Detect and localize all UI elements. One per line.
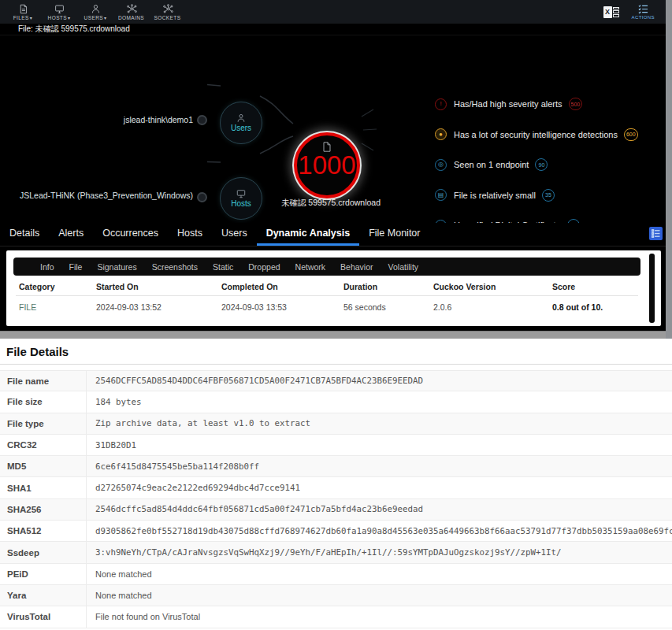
detail-value: d9305862fe0bf552718d19db43075d88cffd7689… bbox=[87, 521, 672, 541]
list-icon bbox=[652, 229, 660, 238]
tab-file-monitor[interactable]: File Monitor bbox=[359, 223, 429, 246]
hosts-icon bbox=[236, 189, 247, 198]
detail-row-sha1: SHA1 d27265074c9eac2e2122ed69294dbc4d7cc… bbox=[0, 477, 672, 498]
detail-value: 6ce6f415d8475545be5ba114f208b0ff bbox=[87, 456, 672, 476]
detection-dot-icon: ● bbox=[435, 128, 447, 140]
file-score-node[interactable]: 1000 bbox=[294, 132, 360, 198]
detail-value: 184 bytes bbox=[87, 391, 672, 412]
excel-grid-icon bbox=[613, 7, 619, 17]
detail-row-crc32: CRC32 31DB20D1 bbox=[0, 435, 672, 456]
page-vertical-scrollbar[interactable] bbox=[666, 0, 672, 339]
detail-label: File name bbox=[0, 371, 87, 391]
nav-item-label: HOSTS▾ bbox=[48, 15, 71, 20]
user-node-label: jslead-think\demo1 bbox=[0, 115, 193, 124]
evidence-score-badge: 35 bbox=[542, 189, 555, 202]
score-file-label: 未確認 599575.crdownload bbox=[264, 198, 398, 209]
caret-down-icon: ▾ bbox=[30, 16, 32, 20]
detail-label: SHA1 bbox=[0, 477, 87, 498]
detail-label: PEiD bbox=[0, 564, 87, 584]
subtab-info[interactable]: Info bbox=[40, 262, 54, 272]
nav-item-users[interactable]: USERS▾ bbox=[77, 0, 113, 24]
detail-label: MD5 bbox=[0, 456, 87, 476]
tab-list-menu-button[interactable] bbox=[649, 227, 663, 240]
detail-value: None matched bbox=[87, 564, 672, 584]
evidence-file-small[interactable]: ▤ File is relatively small 35 bbox=[435, 189, 671, 202]
detail-row-file-size: File size 184 bytes bbox=[0, 391, 672, 413]
host-mini-node[interactable] bbox=[197, 192, 207, 202]
evidence-text: File is relatively small bbox=[454, 191, 536, 200]
evidence-text: Has a lot of security intelligence detec… bbox=[454, 130, 618, 139]
users-node[interactable]: Users bbox=[220, 102, 262, 144]
detail-row-sha256: SHA256 2546dcffc5ad854d4ddc64fbf056871cd… bbox=[0, 499, 672, 521]
nav-item-sockets[interactable]: SOCKETS bbox=[150, 0, 186, 24]
tab-alerts[interactable]: Alerts bbox=[49, 223, 93, 246]
evidence-high-severity[interactable]: ! Has/Had high severity alerts 500 bbox=[435, 98, 671, 110]
tab-users[interactable]: Users bbox=[212, 223, 257, 246]
tab-dynamic-analysis[interactable]: Dynamic Analysis bbox=[257, 223, 360, 246]
main-tab-bar: Details Alerts Occurrences Hosts Users D… bbox=[0, 223, 672, 246]
excel-export-button[interactable]: X bbox=[603, 6, 619, 19]
user-mini-node[interactable] bbox=[197, 115, 207, 125]
subtab-file[interactable]: File bbox=[69, 262, 83, 272]
detail-row-virustotal: VirusTotal File not found on VirusTotal bbox=[0, 606, 672, 628]
nav-item-label: SOCKETS bbox=[154, 15, 182, 20]
subtab-static[interactable]: Static bbox=[213, 262, 233, 272]
detail-value: 3:vh9NeYh/CTpA/cAJraNvsgzsVqSwHqXzj9//9e… bbox=[87, 542, 672, 562]
small-file-icon: ▤ bbox=[435, 189, 447, 201]
horizontal-scrollbar-track[interactable] bbox=[0, 331, 672, 339]
suspicion-score: 1000 bbox=[298, 152, 355, 179]
nav-item-hosts[interactable]: HOSTS▾ bbox=[41, 0, 77, 24]
hosts-node[interactable]: Hosts bbox=[220, 177, 262, 220]
tab-occurrences[interactable]: Occurrences bbox=[93, 223, 168, 246]
page: FILES▾ HOSTS▾ USERS▾ DOMAINS SOCKETS X A… bbox=[0, 0, 672, 630]
nav-item-label: DOMAINS bbox=[118, 15, 145, 20]
users-icon bbox=[236, 113, 247, 123]
nav-item-files[interactable]: FILES▾ bbox=[5, 0, 41, 24]
caret-down-icon: ▾ bbox=[68, 16, 70, 20]
detail-label: File type bbox=[0, 413, 87, 434]
host-node-label: JSLead-THiNK (Phase3_Prevention_Windows) bbox=[0, 191, 193, 200]
nav-item-label: FILES▾ bbox=[13, 15, 32, 20]
detail-row-file-type: File type Zip archive data, at least v1.… bbox=[0, 413, 672, 435]
report-vertical-scrollbar[interactable] bbox=[649, 254, 655, 323]
actions-button[interactable]: ACTIONS bbox=[632, 4, 655, 20]
detail-value: None matched bbox=[87, 585, 672, 606]
detail-label: SHA256 bbox=[0, 499, 87, 520]
subtab-volatility[interactable]: Volatility bbox=[388, 262, 419, 272]
subtab-behavior[interactable]: Behavior bbox=[340, 262, 373, 272]
detail-value: 2546DCFFC5AD854D4DDC64FBF056871CD5A00F24… bbox=[87, 371, 672, 391]
evidence-text: Seen on 1 endpoint bbox=[454, 160, 529, 169]
network-nodes-icon bbox=[162, 4, 174, 14]
analysis-row: FILE 2024-09-03 13:52 2024-09-03 13:53 5… bbox=[16, 296, 638, 319]
caret-down-icon: ▾ bbox=[104, 16, 106, 20]
evidence-score-badge: 600 bbox=[624, 128, 638, 141]
category-file-link[interactable]: FILE bbox=[16, 296, 93, 319]
report-subtab-bar: Info File Signatures Screenshots Static … bbox=[13, 258, 640, 276]
evidence-seen-endpoint[interactable]: ◎ Seen on 1 endpoint 90 bbox=[435, 158, 671, 171]
col-cuckoo-version: Cuckoo Version bbox=[430, 276, 549, 296]
nav-item-domains[interactable]: DOMAINS bbox=[113, 0, 150, 24]
subtab-screenshots[interactable]: Screenshots bbox=[152, 262, 198, 272]
network-nodes-icon bbox=[126, 4, 138, 14]
file-title: File: 未確認 599575.crdownload bbox=[18, 24, 130, 35]
relationship-graph: jslead-think\demo1 Users JSLead-THiNK (P… bbox=[0, 35, 672, 223]
tab-hosts[interactable]: Hosts bbox=[168, 223, 212, 246]
file-title-bar: File: 未確認 599575.crdownload bbox=[0, 24, 672, 35]
nav-item-label: USERS▾ bbox=[84, 15, 107, 20]
evidence-score-badge: 90 bbox=[535, 158, 548, 171]
subtab-signatures[interactable]: Signatures bbox=[97, 262, 136, 272]
tab-details[interactable]: Details bbox=[0, 223, 49, 246]
users-node-text: Users bbox=[231, 124, 251, 132]
detail-row-file-name: File name 2546DCFFC5AD854D4DDC64FBF05687… bbox=[0, 370, 672, 391]
detail-label: SHA512 bbox=[0, 521, 87, 541]
detail-value: File not found on VirusTotal bbox=[87, 606, 672, 627]
subtab-network[interactable]: Network bbox=[295, 262, 326, 272]
evidence-intel-detections[interactable]: ● Has a lot of security intelligence det… bbox=[435, 128, 671, 141]
col-completed-on: Completed On bbox=[218, 276, 340, 296]
detail-value: Zip archive data, at least v1.0 to extra… bbox=[87, 413, 672, 434]
col-started-on: Started On bbox=[93, 276, 218, 296]
detail-row-ssdeep: Ssdeep 3:vh9NeYh/CTpA/cAJraNvsgzsVqSwHqX… bbox=[0, 542, 672, 563]
file-details-heading: File Details bbox=[0, 339, 672, 365]
detail-label: Yara bbox=[0, 585, 87, 606]
subtab-dropped[interactable]: Dropped bbox=[248, 262, 280, 272]
